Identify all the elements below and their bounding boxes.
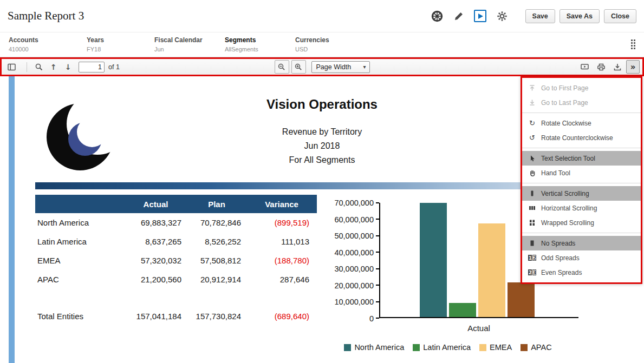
pov-options-dots-icon[interactable] [631, 39, 635, 49]
next-page-button[interactable]: ↓ [61, 60, 75, 74]
menu-item-text-selection-tool[interactable]: Text Selection Tool [522, 151, 641, 166]
menu-item-rotate-clockwise[interactable]: ↻ Rotate Clockwise [522, 116, 641, 130]
actual-cell: 8,637,265 [125, 237, 187, 246]
go-to-first-page-icon [528, 84, 537, 91]
page-number-input[interactable] [79, 62, 105, 72]
search-button[interactable] [31, 60, 46, 74]
menu-item-no-spreads[interactable]: No Spreads [522, 236, 641, 250]
toolbar-right-actions: » [577, 60, 640, 74]
cursor-icon [528, 155, 537, 162]
y-tick-label: 0 [369, 314, 374, 323]
row-label: Latin America [35, 237, 125, 246]
legend-item: North America [344, 343, 404, 352]
page-title: Sample Report 3 [8, 9, 84, 23]
legend-swatch [521, 344, 528, 351]
toggle-sidebar-button[interactable] [4, 60, 19, 74]
chart-bar-north-america [420, 203, 447, 317]
zoom-select-value: Page Width [316, 63, 352, 71]
y-tick-label: 60,000,000 [334, 215, 374, 224]
column-header-plan: Plan [187, 200, 246, 209]
y-tick-label: 70,000,000 [334, 199, 374, 207]
row-label: EMEA [35, 256, 125, 265]
y-tick-label: 20,000,000 [334, 281, 374, 290]
odd-spreads-icon: 12 [528, 255, 537, 261]
menu-item-hand-tool[interactable]: Hand Tool [522, 166, 641, 180]
zoom-out-button[interactable] [275, 60, 289, 74]
rotate-clockwise-icon: ↻ [528, 119, 537, 127]
legend-label: North America [354, 343, 404, 352]
app-header: Sample Report 3 [0, 0, 644, 32]
variance-cell: (899,519) [246, 218, 317, 227]
presentation-mode-button[interactable] [577, 60, 592, 74]
row-label: APAC [35, 275, 125, 284]
variance-cell: 111,013 [246, 237, 317, 246]
table-row: EMEA 57,320,032 57,508,812 (188,780) [35, 251, 317, 270]
menu-separator [522, 233, 641, 233]
y-tick-label: 40,000,000 [334, 248, 374, 257]
table-row: Latin America 8,637,265 8,526,252 111,01… [35, 232, 317, 251]
plan-cell: 20,912,914 [187, 275, 246, 284]
close-button[interactable]: Close [604, 9, 636, 23]
vertical-scrolling-icon [528, 190, 537, 197]
zoom-controls: Page Width ▾ [275, 59, 370, 75]
table-row: North America 69,883,327 70,782,846 (899… [35, 213, 317, 232]
pov-bar: Accounts 410000 Years FY18 Fiscal Calend… [0, 32, 644, 57]
plan-cell: 70,782,846 [187, 218, 246, 227]
menu-item-even-spreads[interactable]: 23 Even Spreads [522, 265, 641, 280]
menu-item-go-to-last-page[interactable]: Go to Last Page [522, 95, 641, 110]
pov-item-years[interactable]: Years FY18 [87, 36, 154, 57]
row-label: North America [35, 218, 125, 227]
chart-bar-emea [478, 223, 505, 317]
save-button[interactable]: Save [525, 9, 555, 23]
viewer-toolbar: ↑ ↓ of 1 Page Width ▾ [0, 57, 644, 76]
legend-item: EMEA [479, 343, 512, 352]
plan-cell: 57,508,812 [187, 256, 246, 265]
up-arrow-icon: ↑ [50, 63, 57, 71]
menu-item-odd-spreads[interactable]: 12 Odd Spreads [522, 250, 641, 265]
zoom-in-button[interactable] [291, 60, 306, 74]
table-row: APAC 21,200,560 20,912,914 287,646 [35, 270, 317, 289]
rotate-counterclockwise-icon: ↺ [528, 134, 537, 142]
table-header-row: Actual Plan Variance [35, 195, 317, 213]
legend-label: Latin America [423, 343, 471, 352]
legend-item: Latin America [413, 343, 471, 352]
pov-item-currencies[interactable]: Currencies USD [295, 36, 376, 57]
wheel-icon[interactable] [430, 9, 444, 23]
actual-cell: 21,200,560 [125, 275, 187, 284]
x-axis-label: Actual [379, 324, 578, 333]
pov-item-fiscal-calendar[interactable]: Fiscal Calendar Jun [154, 36, 225, 57]
legend-label: APAC [531, 343, 551, 352]
table-total-row: Total Entities 157,041,184 157,730,824 (… [35, 307, 317, 326]
menu-item-wrapped-scrolling[interactable]: Wrapped Scrolling [522, 215, 641, 230]
pov-item-accounts[interactable]: Accounts 410000 [9, 36, 87, 57]
menu-item-rotate-counterclockwise[interactable]: ↺ Rotate Counterclockwise [522, 130, 641, 145]
edit-pencil-icon[interactable] [452, 9, 466, 23]
download-button[interactable] [610, 60, 625, 74]
y-tick-label: 50,000,000 [334, 232, 374, 240]
no-spreads-icon [528, 240, 537, 247]
wrapped-scrolling-icon [528, 219, 537, 226]
actual-cell: 157,041,184 [125, 312, 187, 321]
legend-swatch [479, 344, 486, 351]
pov-item-segments[interactable]: Segments AllSegments [225, 36, 295, 57]
variance-cell: 287,646 [246, 275, 317, 284]
menu-item-vertical-scrolling[interactable]: Vertical Scrolling [522, 186, 641, 201]
menu-item-horizontal-scrolling[interactable]: Horizontal Scrolling [522, 201, 641, 215]
legend-swatch [413, 344, 420, 351]
viewer-tools-menu: Go to First Page Go to Last Page ↻ Rotat… [521, 76, 642, 284]
print-button[interactable] [594, 60, 608, 74]
settings-gear-icon[interactable] [495, 9, 509, 23]
plan-cell: 8,526,252 [187, 237, 246, 246]
menu-separator [522, 113, 641, 113]
actual-cell: 57,320,032 [125, 256, 187, 265]
tools-menu-button[interactable]: » [626, 60, 640, 74]
run-report-icon[interactable] [473, 9, 487, 23]
previous-page-button[interactable]: ↑ [46, 60, 61, 74]
menu-item-go-to-first-page[interactable]: Go to First Page [522, 81, 641, 95]
save-as-button[interactable]: Save As [560, 9, 600, 23]
down-arrow-icon: ↓ [65, 63, 71, 71]
zoom-select[interactable]: Page Width ▾ [311, 61, 370, 73]
plan-cell: 157,730,824 [187, 312, 246, 321]
viewer-edge-strip [9, 76, 15, 363]
chevron-down-icon: ▾ [363, 64, 366, 70]
